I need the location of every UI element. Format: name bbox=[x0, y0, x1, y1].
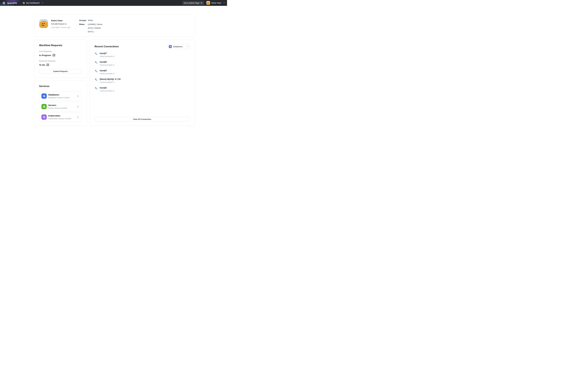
recent-connections-title: Recent Connections bbox=[95, 45, 119, 48]
service-item-kubernetes[interactable]: Kubernetes Kubernetes Access Control bbox=[39, 112, 82, 122]
profile-last-login: Last login: 4 hours ago bbox=[51, 26, 76, 28]
querypie-mark-icon bbox=[42, 94, 46, 98]
service-description: Kubernetes Access Control bbox=[48, 117, 71, 120]
profile-avatar bbox=[39, 19, 48, 28]
received-requests-label: Received Requests bbox=[39, 60, 82, 62]
groups-row: Groups White bbox=[79, 19, 102, 21]
roles-label: Roles bbox=[79, 23, 88, 33]
role-item: [ADMIN] Owner bbox=[88, 23, 102, 25]
connection-host: mysql.querypie.io bbox=[100, 72, 114, 75]
sent-requests-label: Sent Requests bbox=[39, 50, 82, 52]
go-to-admin-page-button[interactable]: Go to Admin Page bbox=[182, 1, 204, 5]
connection-host: mysql.querypie.io bbox=[100, 81, 121, 83]
connection-text: mysql2 mysql.querypie.io bbox=[100, 87, 114, 92]
top-navigation-bar: QueryPie My Dashboard Go to Admin Page bbox=[0, 0, 227, 6]
role-item: [KAC] - bbox=[88, 31, 102, 33]
service-name: Kubernetes bbox=[48, 115, 71, 117]
connection-text: mysql5 mysql.querypie.io bbox=[100, 61, 114, 66]
in-progress-label: In Progress bbox=[39, 54, 51, 57]
databases-service-icon bbox=[41, 93, 47, 99]
user-avatar bbox=[206, 1, 210, 5]
recent-connections-header: Recent Connections Databases bbox=[95, 44, 190, 49]
querypie-mark-icon bbox=[42, 115, 46, 119]
role-scope: [KAC] bbox=[88, 31, 93, 33]
querypie-mark-icon bbox=[42, 105, 46, 108]
todo-row: To Do 0 bbox=[39, 64, 82, 66]
roles-row: Roles [ADMIN] Owner [SAC] Default [KAC] … bbox=[79, 23, 102, 33]
todo-count-badge: 0 bbox=[46, 64, 49, 66]
profile-card: Keira Yoon keira@chequer.io Last login: … bbox=[34, 15, 195, 36]
grid-icon bbox=[23, 2, 25, 4]
user-name: Keira Yoon bbox=[212, 2, 221, 4]
chevron-right-icon bbox=[77, 116, 79, 118]
role-scope: [ADMIN] bbox=[88, 23, 96, 25]
profile-divider bbox=[76, 20, 76, 33]
services-card: Services Databases Database Access Contr… bbox=[34, 81, 87, 126]
service-name: Databases bbox=[48, 93, 70, 96]
role-scope: [SAC] bbox=[88, 27, 93, 29]
connection-row[interactable]: mysql5 mysql.querypie.io bbox=[95, 61, 190, 66]
service-description: Database Access Control bbox=[48, 97, 70, 99]
role-value: Owner bbox=[97, 23, 102, 25]
servers-service-icon bbox=[41, 104, 47, 109]
connection-name: mysql5 bbox=[100, 61, 114, 63]
querypie-dashboard-page: QueryPie My Dashboard Go to Admin Page bbox=[0, 0, 227, 142]
todo-label: To Do bbox=[39, 64, 45, 66]
querypie-mark-icon bbox=[2, 1, 6, 5]
connection-row[interactable]: mysql7 mysql.querypie.io bbox=[95, 52, 190, 57]
connection-text: mysql7 mysql.querypie.io bbox=[100, 52, 114, 57]
service-text: Databases Database Access Control bbox=[48, 93, 70, 99]
connection-host: mysql.querypie.io bbox=[100, 64, 114, 66]
connection-row[interactable]: (Demo) MySQL 5.7.33 mysql.querypie.io bbox=[95, 78, 190, 83]
mysql-dolphin-icon bbox=[95, 61, 98, 65]
user-menu[interactable]: Keira Yoon bbox=[206, 1, 225, 5]
querypie-logo[interactable]: QueryPie bbox=[2, 1, 17, 5]
admin-button-label: Go to Admin Page bbox=[184, 2, 199, 4]
mysql-dolphin-icon bbox=[95, 52, 98, 56]
role-item: [SAC] Default bbox=[88, 27, 102, 29]
role-value: Default bbox=[94, 27, 101, 29]
database-icon bbox=[169, 45, 172, 48]
chevron-down-icon bbox=[223, 2, 225, 3]
service-item-databases[interactable]: Databases Database Access Control bbox=[39, 91, 82, 101]
role-value: - bbox=[94, 31, 95, 33]
view-all-connection-button[interactable]: View All Connection bbox=[95, 117, 190, 121]
connection-row[interactable]: mysql3 mysql.querypie.io bbox=[95, 69, 190, 75]
profile-name: Keira Yoon bbox=[51, 19, 76, 22]
connection-row[interactable]: mysql2 mysql.querypie.io bbox=[95, 87, 190, 92]
dropdown-selected-value: Databases bbox=[173, 45, 183, 48]
profile-email: keira@chequer.io bbox=[51, 23, 76, 25]
roles-values: [ADMIN] Owner [SAC] Default [KAC] - bbox=[88, 23, 102, 33]
connection-name: (Demo) MySQL 5.7.33 bbox=[100, 78, 121, 80]
mysql-dolphin-icon bbox=[95, 78, 98, 82]
service-item-servers[interactable]: Servers Server Access Control bbox=[39, 102, 82, 111]
mysql-dolphin-icon bbox=[95, 69, 98, 73]
in-progress-row: In Progress 0 bbox=[39, 54, 82, 57]
profile-meta: Groups White Roles [ADMIN] Owner [SAC] D… bbox=[79, 19, 102, 36]
submit-request-button[interactable]: Submit Request bbox=[39, 69, 82, 74]
dashboard-nav-menu[interactable]: My Dashboard bbox=[23, 2, 43, 4]
connection-host: mysql.querypie.io bbox=[100, 90, 114, 92]
service-description: Server Access Control bbox=[48, 107, 67, 109]
service-text: Kubernetes Kubernetes Access Control bbox=[48, 115, 71, 120]
chevron-right-icon bbox=[77, 106, 79, 108]
chevron-down-icon bbox=[187, 46, 188, 47]
services-title: Services bbox=[39, 85, 82, 88]
topbar-right: Go to Admin Page Keira Y bbox=[182, 1, 225, 5]
brand-name: QueryPie bbox=[7, 2, 17, 4]
connection-type-dropdown[interactable]: Databases bbox=[167, 44, 190, 49]
chevron-down-icon bbox=[42, 2, 43, 3]
profile-info: Keira Yoon keira@chequer.io Last login: … bbox=[51, 19, 76, 36]
connection-text: mysql3 mysql.querypie.io bbox=[100, 69, 114, 75]
groups-label: Groups bbox=[79, 19, 88, 21]
service-name: Servers bbox=[48, 104, 67, 106]
groups-value: White bbox=[88, 19, 93, 21]
connection-name: mysql3 bbox=[100, 69, 114, 72]
connection-name: mysql2 bbox=[100, 87, 114, 89]
connection-list: mysql7 mysql.querypie.io mysql5 mysql.qu… bbox=[95, 52, 190, 92]
workflow-requests-card: Workflow Requests Sent Requests In Progr… bbox=[34, 40, 87, 78]
nav-current-label: My Dashboard bbox=[26, 2, 39, 4]
recent-connections-card: Recent Connections Databases bbox=[90, 40, 195, 126]
workflow-title: Workflow Requests bbox=[39, 44, 82, 47]
kubernetes-service-icon bbox=[41, 115, 47, 120]
